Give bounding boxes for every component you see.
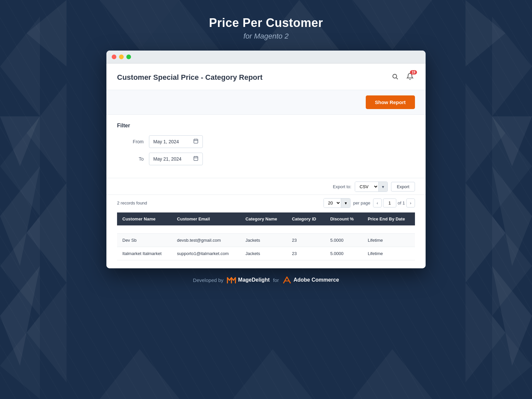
table-body: Dev Sbdevsb.test@gmail.comJackets235.000… [117,225,415,260]
content-header: Customer Special Price - Category Report… [106,64,426,90]
table-cell: Lifetime [362,247,415,260]
filter-from-row: From [117,135,415,148]
svg-marker-7 [27,0,66,66]
col-category-id: Category ID [287,212,325,225]
to-date-field[interactable] [153,156,190,162]
table-cell: devsb.test@gmail.com [172,234,240,247]
table-cell: Jackets [240,247,287,260]
per-page-select[interactable]: 20 [324,199,341,207]
col-category-name: Category Name [240,212,287,225]
browser-close-btn[interactable] [112,55,116,59]
svg-marker-12 [492,116,532,166]
filter-to-row: To [117,153,415,165]
svg-marker-27 [233,349,313,399]
svg-marker-16 [492,266,532,366]
svg-marker-8 [27,83,66,183]
svg-marker-22 [100,0,180,50]
notification-badge: 19 [410,70,417,74]
svg-rect-35 [194,157,198,161]
filter-label: Filter [117,123,415,129]
table-row: Italmarket Italmarketsupporto1@italmarke… [117,247,415,260]
svg-marker-26 [100,349,180,399]
svg-marker-21 [466,283,505,382]
per-page-wrapper: 20 ▼ [324,198,350,208]
svg-marker-13 [492,116,532,216]
page-subtitle: for Magento 2 [209,32,323,41]
content-title: Customer Special Price - Category Report [117,73,263,82]
to-date-input[interactable] [149,153,203,165]
next-page-button[interactable]: › [406,199,415,207]
magedelight-logo: MageDelight [227,276,270,284]
data-table-container: Customer Name Customer Email Category Na… [106,212,426,268]
to-label: To [117,156,144,162]
col-customer-name: Customer Name [117,212,172,225]
from-date-field[interactable] [153,139,190,144]
svg-marker-17 [492,316,532,399]
col-discount: Discount % [325,212,362,225]
footer-developed-by: Developed by [193,277,223,283]
page-number-input[interactable] [383,199,396,207]
table-cell: 23 [287,234,325,247]
search-button[interactable] [390,72,400,83]
csv-select-wrapper: CSV ▼ [355,182,388,192]
table-row-empty [117,225,415,234]
table-cell: Dev Sb [117,234,172,247]
table-cell: 5.0000 [325,234,362,247]
from-calendar-icon[interactable] [193,138,199,145]
prev-page-button[interactable]: ‹ [373,199,382,207]
csv-dropdown-button[interactable]: ▼ [378,182,388,192]
svg-marker-19 [466,83,505,183]
svg-marker-2 [0,116,40,216]
per-page-label: per page [353,200,370,205]
svg-marker-14 [492,166,532,266]
svg-marker-28 [352,349,432,399]
table-cell: Lifetime [362,234,415,247]
svg-point-29 [393,74,397,78]
data-table: Customer Name Customer Email Category Na… [117,212,415,260]
notification-button[interactable]: 19 [405,71,415,83]
page-footer: Developed by MageDelight for Adobe Comme… [193,276,339,284]
action-bar: Show Report [106,90,426,115]
per-page-dropdown-button[interactable]: ▼ [341,199,350,207]
svg-marker-6 [0,316,40,399]
col-customer-email: Customer Email [172,212,240,225]
svg-marker-3 [0,166,40,266]
export-label: Export to: [333,184,351,189]
records-found: 2 records found [117,200,147,205]
show-report-button[interactable]: Show Report [366,95,415,109]
table-toolbar: 2 records found 20 ▼ per page ‹ of 1 › [106,195,426,212]
svg-marker-10 [27,283,66,382]
svg-marker-23 [140,0,219,50]
page-navigation: ‹ of 1 › [373,199,415,207]
svg-marker-20 [466,183,505,283]
export-row: Export to: CSV ▼ Export [106,178,426,195]
svg-marker-1 [0,116,40,166]
table-cell: 5.0000 [325,247,362,260]
svg-marker-5 [0,266,40,366]
table-row: Dev Sbdevsb.test@gmail.comJackets235.000… [117,234,415,247]
table-cell: supporto1@italmarket.com [172,247,240,260]
svg-marker-18 [466,0,505,66]
svg-marker-4 [0,216,40,316]
page-header: Price Per Customer for Magento 2 [209,16,323,41]
svg-marker-11 [492,17,532,116]
browser-window: Customer Special Price - Category Report… [106,51,426,268]
export-button[interactable]: Export [391,182,415,192]
browser-titlebar [106,51,426,64]
browser-minimize-btn[interactable] [119,55,124,59]
adobe-commerce-logo: Adobe Commerce [282,276,339,284]
from-date-input[interactable] [149,135,203,148]
svg-line-30 [396,78,398,79]
export-format-select[interactable]: CSV [355,182,378,192]
filter-section: Filter From To [106,115,426,178]
table-cell: Italmarket Italmarket [117,247,172,260]
per-page-controls: 20 ▼ per page ‹ of 1 › [324,198,415,208]
browser-maximize-btn[interactable] [126,55,131,59]
svg-rect-31 [194,139,198,143]
footer-brand: MageDelight [238,277,270,283]
svg-marker-15 [492,216,532,316]
svg-marker-0 [0,17,40,116]
page-of-label: of 1 [398,200,405,205]
to-calendar-icon[interactable] [193,156,199,162]
header-icons: 19 [390,71,415,83]
